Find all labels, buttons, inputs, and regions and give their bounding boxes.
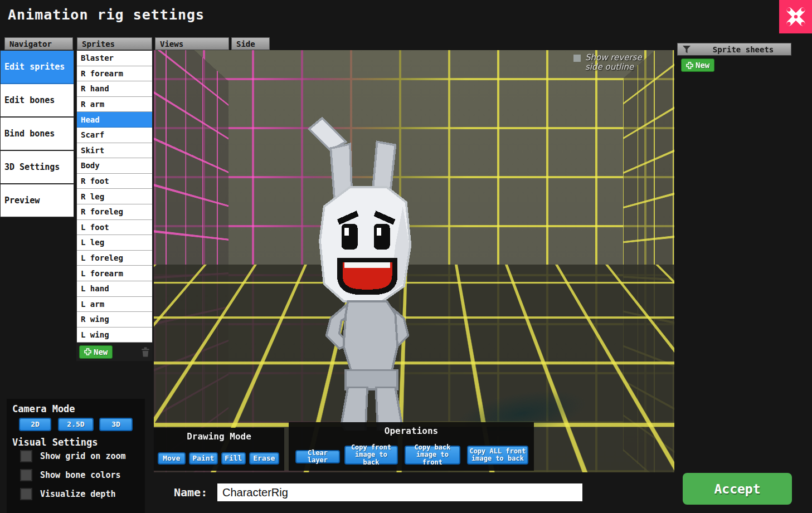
views-header: Views [155,37,229,50]
animation-rig-settings-window: Animation rig settings Navigator Edit sp… [0,0,812,513]
sprite-list-item[interactable]: Skirt [77,143,152,159]
filter-funnel-icon[interactable] [682,45,691,53]
show-reverse-side-outline-checkbox[interactable] [573,55,581,62]
show-grid-on-zoom-label: Show grid on zoom [40,451,126,461]
show-grid-on-zoom-checkbox[interactable] [20,450,32,462]
page-title: Animation rig settings [8,7,205,23]
nav-item-edit-bones[interactable]: Edit bones [1,84,74,118]
camera-mode-title: Camera Mode [12,403,75,414]
nav-item-3d-settings[interactable]: 3D Settings [1,151,74,184]
operations-title: Operations [289,422,534,436]
sprite-list-item[interactable]: R wing [77,312,152,328]
sprite-list-item[interactable]: R forearm [77,66,152,82]
sprite-list-item[interactable]: L foreleg [77,251,152,266]
delete-sprite-icon[interactable] [141,347,150,357]
sprite-list-item-head[interactable]: Head [77,112,152,128]
fill-tool-button[interactable]: Fill [221,452,246,465]
drawing-mode-panel: Drawing Mode Move Paint Fill Erase [154,428,284,471]
rig-name-label: Name: [174,486,207,499]
sprite-list-item[interactable]: R hand [77,81,152,97]
visual-settings-title: Visual Settings [12,437,98,448]
operations-panel: Operations Clear layer Copy front image … [289,422,534,471]
sprite-sheets-header: Sprite sheets [677,43,791,56]
sprite-list-item[interactable]: R foreleg [77,204,152,220]
camera-3d-button[interactable]: 3D [99,418,133,431]
camera-mode-panel: Camera Mode 2D 2.5D 3D Visual Settings S… [7,399,145,513]
sprite-list-item[interactable]: R arm [77,97,152,113]
nav-item-edit-sprites[interactable]: Edit sprites [1,51,74,84]
sprite-list-item[interactable]: R leg [77,189,152,204]
new-sprite-button[interactable]: New [79,345,113,359]
accept-button[interactable]: Accept [683,473,792,505]
copy-all-front-to-back-button[interactable]: Copy ALL front image to back [467,446,528,465]
plus-icon [686,62,693,69]
visualize-depth-label: Visualize depth [40,489,115,499]
rig-name-input[interactable] [217,483,582,501]
sprites-header: Sprites [77,37,152,50]
sprite-list-item[interactable]: Scarf [77,128,152,143]
show-bone-colors-checkbox[interactable] [20,469,32,481]
side-header: Side [231,37,270,50]
sprite-list-item[interactable]: L foot [77,220,152,236]
visual-setting-row: Show bone colors [20,469,121,481]
sprite-list-item[interactable]: L leg [77,235,152,251]
visual-setting-row: Show grid on zoom [20,450,126,462]
erase-tool-button[interactable]: Erase [249,452,279,465]
sprite-list-item[interactable]: Blaster [77,51,152,66]
sprites-footer: New [76,343,153,361]
nav-item-bind-bones[interactable]: Bind bones [1,118,74,151]
clear-layer-button[interactable]: Clear layer [295,450,340,463]
reverse-outline-control: Show reverse side outline [573,53,648,71]
camera-2d-button[interactable]: 2D [19,418,51,431]
copy-front-to-back-button[interactable]: Copy front image to back [344,446,398,465]
move-tool-button[interactable]: Move [158,452,186,465]
drawing-mode-title: Drawing Mode [154,428,284,442]
close-button[interactable] [779,0,812,33]
viewport-3d[interactable]: Show reverse side outline [154,50,674,472]
show-bone-colors-label: Show bone colors [40,470,121,480]
sprite-sheets-title: Sprite sheets [700,45,786,54]
navigator-panel: Edit sprites Edit bones Bind bones 3D Se… [0,50,74,217]
new-sprite-label: New [94,348,108,356]
sprite-list-item[interactable]: L hand [77,281,152,297]
sprites-list: Blaster R forearm R hand R arm Head Scar… [76,50,153,343]
show-reverse-side-outline-label: Show reverse side outline [585,53,648,71]
paint-tool-button[interactable]: Paint [189,452,218,465]
sprite-list-item[interactable]: L arm [77,297,152,312]
sprite-list-item[interactable]: Body [77,158,152,174]
nav-item-preview[interactable]: Preview [1,184,74,218]
sprite-list-item[interactable]: L wing [77,328,152,343]
sprite-list-item[interactable]: L forearm [77,266,152,281]
copy-back-to-front-button[interactable]: Copy back image to front [405,446,460,465]
navigator-header: Navigator [4,37,73,50]
visual-setting-row: Visualize depth [20,488,115,500]
close-icon [786,7,806,27]
new-sprite-sheet-button[interactable]: New [681,58,714,72]
camera-2-5d-button[interactable]: 2.5D [58,418,94,431]
sprite-list-item[interactable]: R foot [77,174,152,189]
visualize-depth-checkbox[interactable] [20,488,32,500]
new-sprite-sheet-label: New [696,61,709,70]
plus-icon [84,348,91,355]
character-sprite [288,116,449,431]
